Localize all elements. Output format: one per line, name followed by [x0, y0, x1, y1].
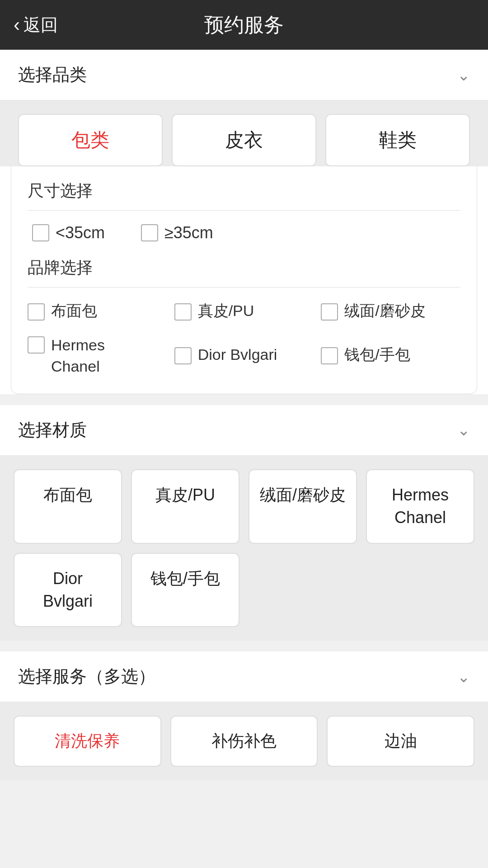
- brand-dior-label: Dior Bvlgari: [198, 344, 277, 366]
- category-label: 选择品类: [18, 63, 87, 86]
- brand-item-bumianbaio[interactable]: 布面包: [28, 300, 167, 322]
- service-section: 选择服务（多选） ⌄ 清洗保养 补伤补色 边油: [0, 651, 488, 780]
- brand-wallet-checkbox[interactable]: [321, 347, 338, 364]
- brand-rongmian-label: 绒面/磨砂皮: [344, 300, 425, 322]
- brand-zhenpi-checkbox[interactable]: [174, 303, 192, 321]
- service-btn-repair[interactable]: 补伤补色: [170, 716, 318, 767]
- material-btn-wallet[interactable]: 钱包/手包: [131, 553, 239, 627]
- back-icon: ‹: [14, 15, 20, 34]
- material-buttons-area: 布面包 真皮/PU 绒面/磨砂皮 HermesChanel DiorBvlgar…: [0, 456, 488, 641]
- size-small-label: <35cm: [56, 223, 105, 242]
- category-chevron-down-icon: ⌄: [457, 66, 470, 84]
- brand-hermes-label: HermesChanel: [51, 335, 105, 377]
- brand-item-rongmian[interactable]: 绒面/磨砂皮: [321, 300, 460, 322]
- material-grid-row1: 布面包 真皮/PU 绒面/磨砂皮 HermesChanel: [14, 469, 474, 544]
- separator-1: [0, 394, 488, 405]
- back-button[interactable]: ‹ 返回: [14, 14, 58, 37]
- tab-leather[interactable]: 皮衣: [172, 114, 316, 166]
- material-grid-row2: DiorBvlgari 钱包/手包: [14, 553, 474, 627]
- brand-wallet-label: 钱包/手包: [344, 344, 410, 366]
- material-chevron-down-icon: ⌄: [457, 421, 470, 439]
- material-section: 选择材质 ⌄ 布面包 真皮/PU 绒面/磨砂皮 HermesChanel Dio…: [0, 405, 488, 641]
- category-tabs-area: 包类 皮衣 鞋类: [0, 100, 488, 166]
- service-section-header[interactable]: 选择服务（多选） ⌄: [0, 651, 488, 702]
- brand-title: 品牌选择: [28, 257, 460, 279]
- size-row: <35cm ≥35cm: [28, 223, 460, 242]
- service-label: 选择服务（多选）: [18, 665, 155, 688]
- category-sub-panel: 尺寸选择 <35cm ≥35cm 品牌选择 布面包 真皮/PU: [11, 166, 477, 394]
- brand-bumian-checkbox[interactable]: [28, 303, 45, 321]
- back-label: 返回: [23, 14, 58, 37]
- brand-bumian-label: 布面包: [51, 300, 97, 322]
- material-btn-hermes[interactable]: HermesChanel: [366, 469, 474, 544]
- material-label: 选择材质: [18, 419, 87, 442]
- category-section: 选择品类 ⌄ 包类 皮衣 鞋类 尺寸选择 <35cm ≥35cm 品牌选择: [0, 50, 488, 394]
- category-tabs-row: 包类 皮衣 鞋类: [18, 114, 470, 166]
- size-large-label: ≥35cm: [164, 223, 213, 242]
- tab-bags[interactable]: 包类: [18, 114, 163, 166]
- size-large-item[interactable]: ≥35cm: [141, 223, 213, 242]
- material-btn-dior[interactable]: DiorBvlgari: [14, 553, 122, 627]
- size-title: 尺寸选择: [28, 180, 460, 202]
- header: ‹ 返回 预约服务: [0, 0, 488, 50]
- category-section-header[interactable]: 选择品类 ⌄: [0, 50, 488, 100]
- material-btn-rongmian[interactable]: 绒面/磨砂皮: [249, 469, 357, 544]
- material-btn-bumian[interactable]: 布面包: [14, 469, 122, 544]
- size-small-item[interactable]: <35cm: [32, 223, 105, 242]
- brand-item-wallet[interactable]: 钱包/手包: [321, 333, 460, 377]
- brand-hermes-checkbox[interactable]: [28, 336, 45, 354]
- brand-item-zhenpi[interactable]: 真皮/PU: [174, 300, 314, 322]
- material-section-header[interactable]: 选择材质 ⌄: [0, 405, 488, 456]
- size-large-checkbox[interactable]: [141, 224, 158, 241]
- service-btn-cleaning[interactable]: 清洗保养: [14, 716, 161, 767]
- separator-2: [0, 641, 488, 651]
- brand-dior-checkbox[interactable]: [174, 347, 192, 364]
- service-grid: 清洗保养 补伤补色 边油: [14, 716, 474, 767]
- tab-shoes[interactable]: 鞋类: [325, 114, 470, 166]
- brand-rongmian-checkbox[interactable]: [321, 303, 338, 321]
- size-small-checkbox[interactable]: [32, 224, 49, 241]
- brand-item-dior[interactable]: Dior Bvlgari: [174, 333, 314, 377]
- service-btn-edge-oil[interactable]: 边油: [327, 716, 474, 767]
- material-btn-zhenpi[interactable]: 真皮/PU: [131, 469, 239, 544]
- brand-item-hermes[interactable]: HermesChanel: [28, 333, 167, 377]
- size-divider: [28, 210, 460, 211]
- service-chevron-down-icon: ⌄: [457, 668, 470, 686]
- brand-divider: [28, 287, 460, 288]
- page-title: 预约服务: [204, 12, 284, 38]
- brand-zhenpi-label: 真皮/PU: [198, 300, 254, 322]
- brand-grid: 布面包 真皮/PU 绒面/磨砂皮 HermesChanel Dior Bvlga…: [28, 300, 460, 377]
- service-buttons-area: 清洗保养 补伤补色 边油: [0, 702, 488, 780]
